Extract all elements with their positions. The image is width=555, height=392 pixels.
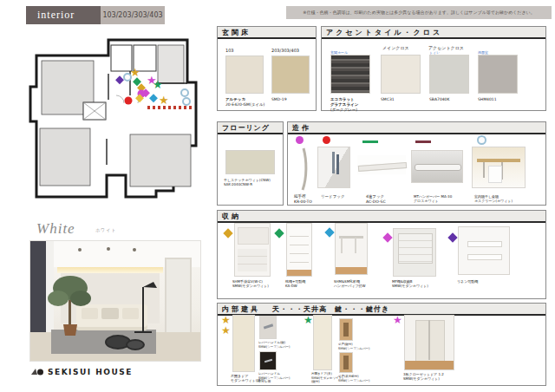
hosuclean-image xyxy=(472,147,526,188)
marker-ring-blue-3 xyxy=(183,98,190,105)
doors-item4-b2: SMW(シーズシルバー) xyxy=(338,379,369,382)
flooring-code: SAK-2040CNW-R xyxy=(224,182,252,186)
doors-marker-star-gold-1: ★ xyxy=(221,316,231,324)
accent-cloth-swatch xyxy=(429,55,469,94)
living-room-photo xyxy=(30,241,200,361)
section-zosaku: 造作 縦手摺 KR-00-TO リードフック 4連フック AC-DO-SC MT… xyxy=(287,121,546,206)
grab-bar-image xyxy=(297,147,310,192)
downlight-3 xyxy=(133,248,136,252)
storage-item4-color: SMW(モダンホワイト) xyxy=(392,284,428,288)
room-dining xyxy=(130,134,191,186)
storage-item3-option: ハンガーパイプ付W xyxy=(334,284,366,288)
small-door-image-1 xyxy=(339,318,353,341)
sekisui-logo-text: SEKISUI HOUSE xyxy=(48,368,133,376)
storage-item1-name: SHM手掛扉V(W-C) xyxy=(232,279,263,284)
doors-marker-star-green: ★ xyxy=(304,316,313,324)
sekisui-logo-icon xyxy=(30,367,44,376)
zosaku-marker-circle-red xyxy=(323,136,330,144)
storage-marker-diamond-magenta xyxy=(382,232,392,242)
storage-item4-name: MF棚&収納B xyxy=(392,279,413,284)
storage-photo-closet xyxy=(234,223,271,277)
coffee-table-2 xyxy=(126,339,145,350)
zosaku-item4-name: MTハンガーバー MA-30 xyxy=(414,194,452,199)
accent-item1-name2: グラナスライン xyxy=(330,102,358,107)
storage-item2-code: KA-DW xyxy=(285,284,297,288)
lever-handle-dark-image xyxy=(259,351,277,370)
page-title: interior xyxy=(26,6,101,24)
theme-name-kana: ホワイト xyxy=(95,227,116,232)
ecocarat-swatch xyxy=(330,55,370,94)
storage-marker-diamond-gold xyxy=(223,228,232,238)
lever-handle-image xyxy=(259,316,277,339)
unit-numbers: 103/203/303/403 xyxy=(101,6,165,24)
accent-item2-code: SMC31 xyxy=(381,97,395,102)
zosaku-item2-name: リードフック xyxy=(321,194,345,199)
accent-item2-category: メインクロス xyxy=(382,45,409,50)
hanger-bar-image xyxy=(411,150,463,183)
marker-star-gold-2: ★ xyxy=(159,94,169,107)
zosaku-marker-circle-magenta xyxy=(296,136,304,144)
zosaku-item5-name: 室内物干し金物 xyxy=(474,194,499,199)
interior-spec-sheet: interior 103/203/303/403 ※仕様・色柄・色調等は、印刷の… xyxy=(0,0,555,392)
doors-item4-a2: SMW(シーズシルバー) xyxy=(338,347,369,350)
storage-item1-color: SMW(モダンホワイト) xyxy=(232,284,269,288)
zosaku-marker-ring-blue xyxy=(477,135,486,145)
zosaku-item3-code: AC-DO-SC xyxy=(366,199,386,204)
section-flooring: フローリング 干しステッチホワイト(CNW) SAK-2040CNW-R xyxy=(217,121,284,206)
storage-marker-diamond-blue xyxy=(324,227,334,237)
theme-name: White xyxy=(36,220,75,238)
storage-item2-name: 枕棚+可動棚 xyxy=(285,279,305,284)
doors-item2-b1: レバーハンドル xyxy=(258,372,280,376)
zosaku-item1-name: 縦手摺 xyxy=(294,194,306,199)
door-image-1 xyxy=(232,315,255,372)
marker-star-green: ★ xyxy=(153,78,163,91)
floor-plan: ★ ★ ★ ★ xyxy=(26,35,208,208)
accent-item4-code: SHM4011 xyxy=(478,97,497,102)
flooring-name: 干しステッチホワイト(CNW) xyxy=(224,178,271,182)
zosaku-item4-color: グロスホワイト xyxy=(414,199,439,203)
storage-item5-name: リネン可動棚 xyxy=(457,279,478,284)
closet-doors-image xyxy=(404,315,454,370)
lead-hook-image xyxy=(317,147,350,188)
doors-item2-a1: レバーハンドル(鍵) xyxy=(258,341,285,344)
flooring-swatch xyxy=(225,150,275,174)
zosaku-item5-product: ホスクリーン(ホワイト) xyxy=(474,199,513,203)
doors-marker-star-magenta: ★ xyxy=(393,316,402,324)
zosaku-item1-code: KR-00-TO xyxy=(294,199,312,204)
sofa-cushion-2 xyxy=(101,308,119,318)
main-cloth-swatch xyxy=(381,55,421,94)
section-storage: 収納 SHM手掛扉V(W-C) SMW(モダンホワイト) 枕棚+可動棚 KA-D… xyxy=(217,210,546,299)
doors-item2-a2: SMW(シーズシルバー) xyxy=(258,345,290,349)
marker-circle-red xyxy=(125,97,133,105)
entrance-tile-swatch-1 xyxy=(225,56,264,94)
accent-cloth-swatch-2 xyxy=(478,55,518,94)
section-doors: 内部建具天・・・天井高 鍵・・・鍵付き ★ ★ 片開きドア モダンホワイト(鍵付… xyxy=(217,303,546,386)
doors-item3-name: 片開きドア(天) xyxy=(311,372,332,376)
doors-item4-b1: 引戸(表示錠付) xyxy=(338,375,359,378)
section-doors-legend: 天・・・天井高 鍵・・・鍵付き xyxy=(272,305,389,313)
storage-marker-diamond-green xyxy=(274,228,284,238)
doors-item1-name: 片開きドア xyxy=(231,374,248,378)
section-entrance-floor-title: 玄関床 xyxy=(218,27,316,39)
small-door-image-2 xyxy=(339,352,353,373)
room-bath xyxy=(111,45,132,71)
marker-ring-blue-2 xyxy=(181,89,188,96)
storage-marker-diamond-purple xyxy=(447,232,457,242)
photo-door xyxy=(165,258,192,336)
section-accent-cloth-title: アクセントタイル・クロス xyxy=(322,27,545,39)
sekisui-house-logo: SEKISUI HOUSE xyxy=(30,367,133,376)
entrance-item1-unit: 103 xyxy=(225,48,234,53)
entrance-tile-swatch-2 xyxy=(271,56,310,94)
section-doors-title: 内部建具 xyxy=(222,305,260,313)
storage-photo-linen-shelf xyxy=(458,226,510,275)
plant xyxy=(44,272,96,337)
entrance-item1-code: 20-E420-GM(タイル) xyxy=(225,102,264,107)
section-entrance-floor: 玄関床 103 203/303/403 アルテッカ 20-E420-GM(タイル… xyxy=(217,26,317,111)
room-bedroom-2 xyxy=(40,128,90,186)
doors-item2-b3: トイレ用 xyxy=(258,380,271,383)
doors-item5-color: SMW(モダンホワイト) xyxy=(403,376,440,381)
accent-item1-name1: エコカラット xyxy=(330,97,355,101)
zosaku-marker-line-green xyxy=(362,140,378,143)
door-image-2 xyxy=(313,315,332,370)
entrance-item2-unit: 203/303/403 xyxy=(271,48,299,53)
